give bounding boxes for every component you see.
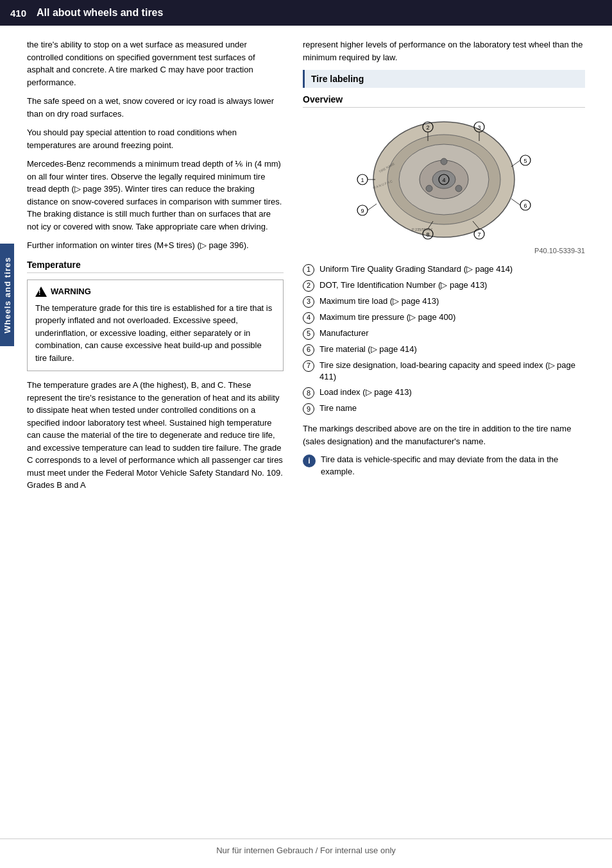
list-item: 1 Uniform Tire Quality Grading Standard … [303, 263, 585, 276]
info-icon: i [303, 455, 316, 467]
footer: Nur für internen Gebrauch / For internal… [0, 839, 612, 855]
warning-box: WARNING The temperature grade for this t… [27, 280, 284, 372]
svg-text:6: 6 [523, 203, 527, 209]
item-number-7: 7 [303, 360, 314, 372]
intro-para-5: Further information on winter tires (M+S… [27, 239, 284, 252]
svg-point-6 [455, 185, 462, 192]
footer-text: Nur für internen Gebrauch / For internal… [216, 846, 396, 855]
temperature-para: The temperature grades are A (the highes… [27, 379, 284, 492]
svg-text:2: 2 [426, 124, 429, 131]
side-tab: Wheels and tires [0, 244, 14, 346]
svg-text:4: 4 [442, 177, 445, 183]
info-note: i Tire data is vehicle-specific and may … [303, 454, 585, 477]
warning-triangle-icon [35, 287, 47, 297]
warning-title: WARNING [35, 287, 275, 297]
svg-text:7: 7 [477, 231, 480, 238]
item-number-5: 5 [303, 328, 314, 340]
svg-line-32 [511, 160, 520, 167]
warning-text: The temperature grade for this tire is e… [35, 302, 275, 365]
tire-items-list: 1 Uniform Tire Quality Grading Standard … [303, 263, 585, 415]
intro-para-4: Mercedes-Benz recommends a minimum tread… [27, 158, 284, 233]
svg-text:3: 3 [477, 124, 480, 131]
item-number-6: 6 [303, 344, 314, 356]
list-item: 5 Manufacturer [303, 328, 585, 340]
markings-note: The markings described above are on the … [303, 422, 585, 447]
list-item: 2 DOT, Tire Identification Number (▷ pag… [303, 280, 585, 292]
list-item: 7 Tire size designation, load-bearing ca… [303, 360, 585, 383]
page-title: All about wheels and tires [37, 7, 163, 19]
overview-heading: Overview [303, 94, 585, 108]
list-item: 9 Tire name [303, 403, 585, 415]
temperature-heading: Temperature [27, 260, 284, 273]
item-number-1: 1 [303, 264, 314, 276]
intro-para-2: The safe speed on a wet, snow covered or… [27, 95, 284, 120]
intro-para-3: You should pay special attention to road… [27, 126, 284, 151]
intro-para-1: the tire's ability to stop on a wet surf… [27, 38, 284, 88]
main-content: the tire's ability to stop on a wet surf… [14, 26, 612, 511]
svg-text:9: 9 [361, 208, 364, 214]
list-item: 6 Tire material (▷ page 414) [303, 344, 585, 356]
svg-point-7 [426, 185, 432, 192]
item-number-2: 2 [303, 280, 314, 292]
diagram-caption: P40.10-5339-31 [303, 247, 585, 255]
list-item: 4 Maximum tire pressure (▷ page 400) [303, 312, 585, 324]
item-number-4: 4 [303, 312, 314, 324]
item-number-8: 8 [303, 387, 314, 399]
info-note-text: Tire data is vehicle-specific and may de… [321, 454, 585, 477]
svg-text:8: 8 [426, 231, 429, 238]
page-number: 410 [10, 8, 26, 19]
svg-point-5 [441, 158, 447, 165]
item-number-3: 3 [303, 296, 314, 308]
svg-text:5: 5 [523, 158, 527, 164]
left-column: the tire's ability to stop on a wet surf… [14, 38, 296, 511]
item-number-9: 9 [303, 403, 314, 415]
svg-line-36 [368, 204, 377, 210]
right-intro: represent higher levels of performance o… [303, 38, 585, 63]
tire-labeling-section-title: Tire labeling [303, 70, 585, 88]
svg-line-33 [511, 199, 520, 205]
svg-text:1: 1 [361, 177, 364, 183]
list-item: 8 Load index (▷ page 413) [303, 387, 585, 399]
list-item: 3 Maximum tire load (▷ page 413) [303, 296, 585, 308]
right-column: represent higher levels of performance o… [296, 38, 598, 511]
header-bar: 410 All about wheels and tires [0, 0, 612, 26]
tire-diagram: TIRE NAME M A N U F A C P 235/55R17 1 2 … [303, 115, 585, 255]
